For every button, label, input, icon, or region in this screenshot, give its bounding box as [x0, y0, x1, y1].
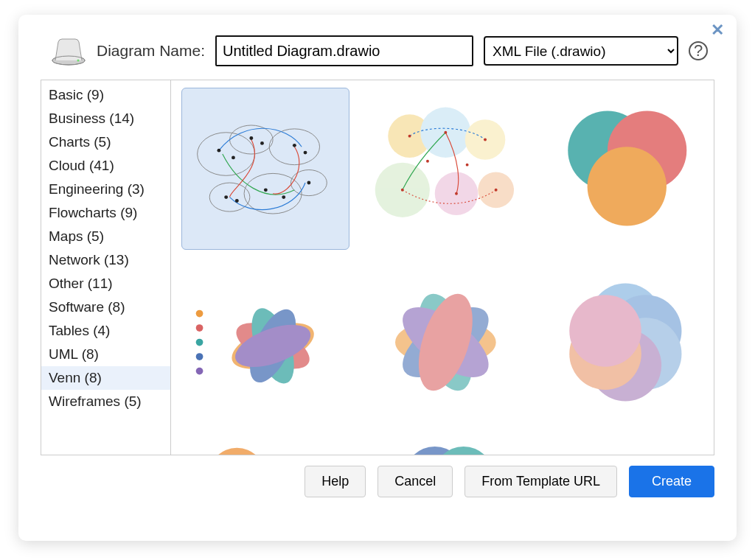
cancel-button[interactable]: Cancel — [378, 466, 453, 497]
diagram-name-input[interactable] — [215, 35, 473, 66]
template-thumb-6circle[interactable] — [541, 262, 709, 424]
create-button[interactable]: Create — [629, 466, 714, 497]
svg-point-30 — [455, 192, 458, 195]
sidebar-item[interactable]: Tables (4) — [41, 319, 170, 343]
close-icon[interactable]: ✕ — [709, 22, 726, 40]
help-icon[interactable]: ? — [689, 41, 708, 60]
svg-point-19 — [307, 181, 310, 185]
svg-point-9 — [217, 149, 220, 153]
svg-point-3 — [197, 133, 254, 176]
svg-point-41 — [195, 368, 203, 375]
category-sidebar: Basic (9)Business (14)Charts (5)Cloud (4… — [41, 80, 171, 455]
template-thumb-partial-b[interactable] — [361, 435, 529, 455]
sidebar-item[interactable]: Cloud (41) — [41, 154, 170, 178]
svg-point-57 — [569, 295, 641, 368]
drive-icon — [51, 36, 86, 66]
svg-point-28 — [484, 139, 487, 141]
template-thumb-partial-a[interactable] — [181, 435, 349, 455]
svg-point-29 — [400, 189, 403, 192]
dialog-body: Basic (9)Business (14)Charts (5)Cloud (4… — [41, 80, 714, 455]
svg-point-40 — [195, 354, 203, 361]
svg-point-37 — [195, 310, 203, 318]
sidebar-item[interactable]: Basic (9) — [41, 83, 170, 107]
new-diagram-dialog: ✕ Diagram Name: XML File (.drawio) ? Bas… — [18, 15, 737, 541]
from-template-url-button[interactable]: From Template URL — [465, 466, 617, 497]
svg-point-38 — [195, 325, 203, 332]
svg-point-13 — [293, 144, 296, 147]
sidebar-item[interactable]: Software (8) — [41, 295, 170, 319]
template-gallery[interactable] — [171, 80, 714, 455]
svg-point-32 — [426, 160, 429, 163]
dialog-footer: Help Cancel From Template URL Create — [18, 455, 737, 497]
svg-point-26 — [408, 135, 411, 138]
sidebar-item[interactable]: Wireframes (5) — [41, 390, 170, 413]
template-thumb-petals[interactable] — [181, 262, 349, 424]
svg-point-10 — [232, 156, 235, 160]
sidebar-item[interactable]: Charts (5) — [41, 130, 170, 154]
svg-point-27 — [444, 131, 447, 134]
template-gallery-wrap — [171, 80, 714, 455]
sidebar-item[interactable]: Maps (5) — [41, 225, 170, 248]
svg-point-14 — [303, 151, 307, 155]
sidebar-item[interactable]: Engineering (3) — [41, 178, 170, 201]
svg-point-7 — [244, 174, 302, 214]
svg-point-17 — [264, 189, 268, 192]
svg-point-31 — [494, 189, 497, 192]
template-thumb-5star[interactable] — [361, 262, 529, 424]
svg-point-39 — [195, 339, 203, 346]
svg-point-58 — [208, 448, 265, 455]
sidebar-item[interactable]: Other (11) — [41, 272, 170, 295]
svg-point-11 — [249, 137, 253, 141]
svg-point-15 — [224, 196, 228, 200]
svg-point-12 — [260, 141, 264, 145]
sidebar-item[interactable]: Business (14) — [41, 107, 170, 130]
diagram-name-label: Diagram Name: — [97, 42, 205, 60]
dialog-header: Diagram Name: XML File (.drawio) ? — [18, 15, 737, 74]
sidebar-item[interactable]: Network (13) — [41, 248, 170, 272]
svg-point-2 — [77, 60, 80, 62]
file-format-select[interactable]: XML File (.drawio) — [484, 36, 678, 66]
sidebar-item[interactable]: Venn (8) — [41, 366, 170, 390]
svg-point-18 — [282, 196, 285, 200]
svg-point-16 — [235, 199, 239, 203]
template-thumb-3circle[interactable] — [541, 88, 709, 250]
sidebar-item[interactable]: UML (8) — [41, 343, 170, 366]
sidebar-item[interactable]: Flowcharts (9) — [41, 201, 170, 225]
template-thumb-euler[interactable] — [181, 88, 349, 250]
svg-point-33 — [465, 164, 468, 167]
svg-point-36 — [587, 147, 666, 226]
help-button[interactable]: Help — [305, 466, 366, 497]
template-thumb-bubbles[interactable] — [361, 88, 529, 250]
